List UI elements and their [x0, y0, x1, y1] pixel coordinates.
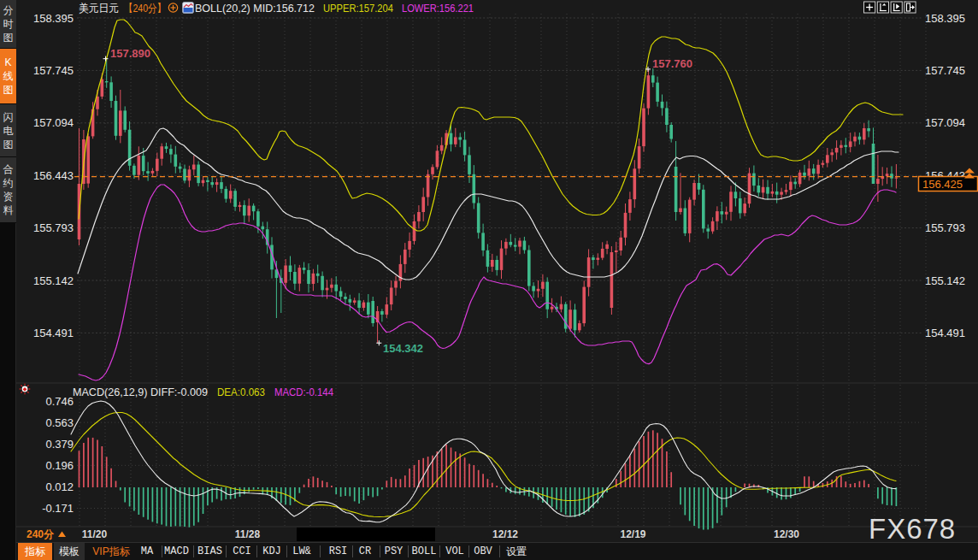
svg-text:0.012: 0.012	[45, 480, 74, 493]
svg-text:157.745: 157.745	[925, 64, 965, 77]
svg-text:156.443: 156.443	[33, 169, 74, 182]
svg-text:LOWER:156.221: LOWER:156.221	[402, 2, 474, 15]
svg-text:156.425: 156.425	[922, 178, 963, 191]
svg-text:157.890: 157.890	[110, 47, 150, 60]
svg-text:美元日元: 美元日元	[79, 2, 119, 15]
svg-text:155.142: 155.142	[33, 274, 74, 287]
svg-text:155.793: 155.793	[33, 221, 74, 234]
svg-text:0.746: 0.746	[45, 395, 74, 408]
svg-text:0.563: 0.563	[45, 416, 74, 429]
svg-text:-0.171: -0.171	[42, 502, 74, 515]
svg-text:154.491: 154.491	[33, 327, 74, 339]
svg-text:BOLL(20,2) MID:156.712: BOLL(20,2) MID:156.712	[195, 2, 315, 15]
svg-text:154.342: 154.342	[383, 342, 423, 355]
svg-text:11/28: 11/28	[235, 528, 261, 540]
svg-text:157.745: 157.745	[33, 64, 74, 77]
svg-text:MACD:-0.144: MACD:-0.144	[274, 386, 333, 398]
svg-text:UPPER:157.204: UPPER:157.204	[323, 2, 393, 15]
svg-text:240分: 240分	[27, 528, 55, 540]
svg-text:157.094: 157.094	[33, 116, 74, 129]
svg-text:MACD(26,12,9) DIFF:-0.009: MACD(26,12,9) DIFF:-0.009	[73, 386, 208, 398]
svg-text:12/30: 12/30	[774, 528, 799, 540]
svg-text:155.142: 155.142	[925, 274, 965, 287]
svg-text:0.379: 0.379	[45, 438, 74, 451]
svg-text:155.793: 155.793	[925, 221, 965, 234]
svg-text:157.094: 157.094	[925, 116, 965, 129]
svg-text:158.395: 158.395	[925, 12, 965, 25]
svg-text:158.395: 158.395	[33, 12, 74, 25]
svg-text:157.760: 157.760	[652, 57, 692, 70]
svg-text:154.491: 154.491	[925, 327, 965, 339]
svg-text:11/20: 11/20	[82, 528, 108, 540]
svg-text:DEA:0.063: DEA:0.063	[217, 386, 265, 398]
svg-text:【240分】: 【240分】	[124, 2, 166, 15]
svg-text:0.196: 0.196	[45, 459, 74, 472]
svg-text:FX678: FX678	[869, 513, 956, 545]
svg-text:12/19: 12/19	[620, 528, 645, 540]
svg-text:12/12: 12/12	[492, 528, 518, 540]
